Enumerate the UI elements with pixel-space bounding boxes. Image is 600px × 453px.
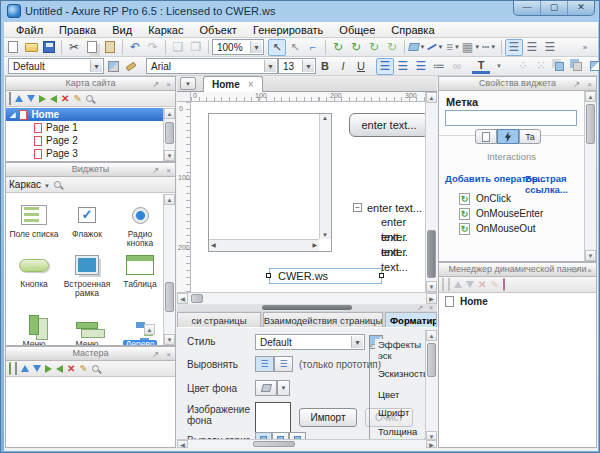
delete-page-icon[interactable]: ✕ bbox=[61, 94, 69, 104]
edit-page-icon[interactable]: ✎ bbox=[73, 94, 81, 104]
menu-share[interactable]: Общее bbox=[331, 23, 383, 37]
bold-icon[interactable]: B bbox=[316, 58, 334, 75]
paste-icon[interactable] bbox=[101, 39, 119, 56]
sitemap-item-page2[interactable]: Page 2 bbox=[6, 134, 163, 147]
properties-popout-icon[interactable]: ↗ bbox=[573, 78, 580, 91]
widget-button[interactable]: Кнопка bbox=[9, 252, 59, 289]
menu-view[interactable]: Вид bbox=[104, 23, 140, 37]
widget-radio[interactable]: Радио кнопка bbox=[115, 202, 163, 248]
undo-icon[interactable]: ↶ bbox=[126, 39, 144, 56]
panel-folder-icon[interactable] bbox=[503, 280, 505, 290]
sitemap-item-page1[interactable]: Page 1 bbox=[6, 121, 163, 134]
widgets-scrollbar[interactable]: ▲ ▼ bbox=[163, 194, 175, 345]
widget-iframe[interactable]: Встроенная рамка bbox=[62, 252, 112, 298]
properties-close-icon[interactable]: × bbox=[587, 78, 592, 91]
search-pages-icon[interactable] bbox=[86, 95, 93, 102]
move-up-icon[interactable] bbox=[21, 365, 29, 372]
widget-checkbox[interactable]: ✓Флажок bbox=[62, 202, 112, 239]
generate-specification-icon[interactable]: ↻ bbox=[347, 39, 365, 56]
outdent-icon[interactable] bbox=[50, 95, 57, 103]
canvas-hscrollbar[interactable]: ◀ ▶ bbox=[177, 292, 437, 304]
text-color-dropdown-icon[interactable]: ▼ bbox=[490, 58, 508, 75]
scroll-up-icon[interactable]: ▲ bbox=[164, 194, 175, 205]
redo-icon[interactable]: ↷ bbox=[144, 39, 162, 56]
properties-scrollbar[interactable]: ▲ ▼ bbox=[584, 91, 596, 261]
tree-child[interactable]: enter text... bbox=[353, 230, 425, 245]
move-up-icon[interactable] bbox=[454, 281, 462, 288]
masters-close-icon[interactable]: × bbox=[166, 348, 171, 361]
align-objects-center-icon[interactable]: ☰ bbox=[523, 39, 541, 56]
maximize-button[interactable]: ▢ bbox=[541, 1, 568, 15]
close-button[interactable]: ✕ bbox=[568, 1, 594, 15]
search-widgets-icon[interactable] bbox=[54, 181, 61, 188]
bullet-list-icon[interactable]: ≔ bbox=[430, 58, 448, 75]
scroll-up-icon[interactable]: ▲ bbox=[426, 92, 437, 103]
generate-other-icon[interactable]: ↻ bbox=[383, 39, 401, 56]
distribute-icon[interactable]: ⁙ bbox=[532, 58, 550, 75]
new-icon[interactable] bbox=[4, 39, 22, 56]
widgets-close-icon[interactable]: × bbox=[166, 164, 171, 177]
widget-menu-vertical[interactable]: Меню (вертик.) bbox=[9, 312, 59, 345]
style-editor-icon[interactable] bbox=[104, 58, 122, 75]
pointer-tool-icon[interactable]: ↖ bbox=[268, 39, 286, 56]
widget-menu-horizontal[interactable]: Меню (гориз.) bbox=[62, 312, 112, 345]
scroll-right-icon[interactable]: ▶ bbox=[426, 293, 437, 304]
scroll-up-icon[interactable]: ▲ bbox=[164, 108, 175, 119]
align-text-center-icon[interactable]: ☰ bbox=[394, 58, 412, 75]
sitemap-close-icon[interactable]: × bbox=[166, 78, 171, 91]
canvas-selected-label-widget[interactable]: CWER.ws bbox=[269, 268, 382, 284]
select-intersect-icon[interactable]: ↖ bbox=[286, 39, 304, 56]
paint-bucket-icon[interactable] bbox=[255, 380, 277, 396]
scroll-thumb[interactable] bbox=[191, 294, 203, 303]
format-painter-icon[interactable] bbox=[122, 58, 140, 75]
underline-icon[interactable]: U bbox=[352, 58, 370, 75]
group-icon[interactable]: ❏ bbox=[169, 39, 187, 56]
tab-page-formatting[interactable]: Форматирование стр bbox=[385, 312, 437, 327]
align-objects-left-icon[interactable]: ☰ bbox=[505, 39, 523, 56]
align-text-right-icon[interactable]: ☰ bbox=[412, 58, 430, 75]
indent-icon[interactable] bbox=[39, 95, 46, 103]
widget-library-select[interactable]: Каркас ▼ bbox=[9, 179, 50, 190]
move-up-icon[interactable] bbox=[15, 95, 23, 102]
sitemap-item-page3[interactable]: Page 3 bbox=[6, 147, 163, 160]
sitemap-item-home[interactable]: ◢ Home bbox=[6, 108, 163, 121]
formatting-vscrollbar[interactable]: ▲ ▼ bbox=[425, 330, 437, 442]
tab-page-interactions[interactable]: Взаимодействия страницы bbox=[263, 312, 383, 327]
send-back-icon[interactable] bbox=[568, 58, 586, 75]
scroll-down-icon[interactable]: ▼ bbox=[164, 334, 175, 345]
scroll-thumb[interactable] bbox=[427, 230, 436, 278]
outdent-icon[interactable] bbox=[56, 365, 63, 373]
tab-formatting-icon[interactable]: Ta bbox=[519, 129, 541, 144]
widget-listbox[interactable]: Поле списка bbox=[9, 202, 59, 239]
dynpanel-item-home[interactable]: Home bbox=[439, 294, 596, 309]
bring-forward-icon[interactable] bbox=[586, 58, 600, 75]
widgets-popout-icon[interactable]: ↗ bbox=[152, 164, 159, 177]
canvas-button-widget[interactable]: enter text... bbox=[349, 113, 425, 137]
border-pattern-icon[interactable]: ▦▼ bbox=[462, 39, 480, 56]
move-down-icon[interactable] bbox=[466, 281, 474, 288]
scroll-down-icon[interactable]: ▼ bbox=[164, 150, 175, 161]
add-page-icon[interactable] bbox=[9, 94, 11, 104]
move-down-icon[interactable] bbox=[27, 95, 35, 102]
menu-file[interactable]: Файл bbox=[8, 23, 51, 37]
link-icon[interactable]: ∞ bbox=[448, 58, 466, 75]
edit-state-icon[interactable]: ✎ bbox=[490, 280, 498, 290]
selection-handle-right[interactable] bbox=[379, 273, 384, 278]
text-color-icon[interactable]: T bbox=[472, 59, 490, 74]
widget-table[interactable]: Таблица bbox=[115, 252, 163, 289]
splitter-handle[interactable] bbox=[262, 305, 352, 310]
expander-icon[interactable]: ◢ bbox=[10, 111, 15, 119]
tree-collapse-icon[interactable]: − bbox=[353, 203, 362, 212]
ungroup-icon[interactable]: ❐ bbox=[187, 39, 205, 56]
scroll-down-icon[interactable]: ▼ bbox=[426, 281, 437, 292]
scroll-thumb[interactable] bbox=[586, 104, 595, 144]
bg-color-control[interactable]: ▼ bbox=[255, 380, 290, 396]
masters-popout-icon[interactable]: ↗ bbox=[152, 348, 159, 361]
dynpanel-popout-icon[interactable]: ↗ bbox=[573, 264, 580, 277]
dynpanel-close-icon[interactable]: × bbox=[587, 264, 592, 277]
bring-front-icon[interactable] bbox=[550, 58, 568, 75]
duplicate-state-icon[interactable] bbox=[448, 280, 450, 290]
page-align-left-icon[interactable]: ☰ bbox=[255, 356, 274, 372]
scroll-thumb[interactable] bbox=[427, 343, 436, 377]
scroll-down-icon[interactable]: ▼ bbox=[585, 250, 596, 261]
